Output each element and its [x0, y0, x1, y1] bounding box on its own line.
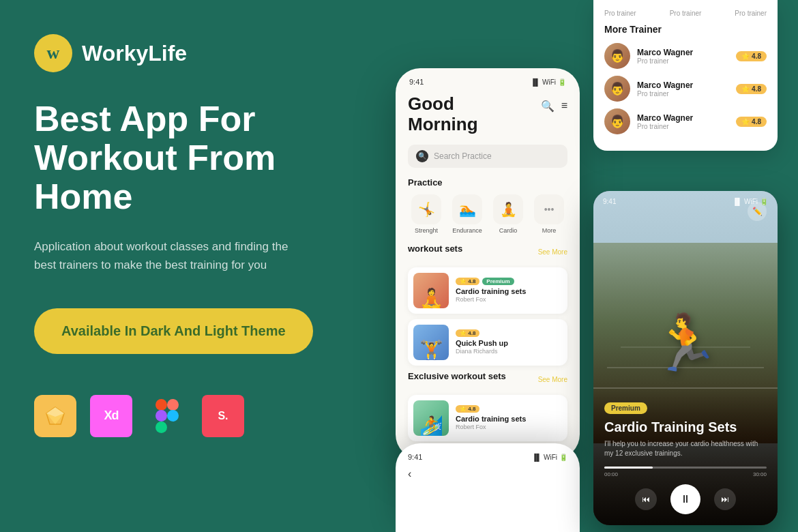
trainer-info-1: Marco Wagner Pro trainer [637, 48, 729, 65]
svg-point-6 [167, 410, 179, 422]
svg-rect-7 [156, 422, 167, 433]
cta-button[interactable]: Available In Dark And Light Theme [34, 308, 313, 354]
video-card: 🏃 9:41 ▐▌WiFi🔋 ✏️ Premium Cardio Trainin… [593, 191, 778, 525]
rating-badge-2: ⭐ 4.8 [456, 329, 479, 337]
play-pause-button[interactable]: ⏸ [670, 484, 700, 514]
trainer-info-3: Marco Wagner Pro trainer [637, 113, 729, 130]
workout-card-2[interactable]: 🏋️ ⭐ 4.8 Quick Push up Diana Richards [408, 319, 567, 366]
left-section: w WorkyLife Best App For Workout From Ho… [34, 34, 348, 437]
workout-sets-label: workout sets [408, 243, 462, 254]
exclusive-sets-header: Exclusive workout sets See More [408, 371, 567, 388]
bottom-phone-status: 9:41 ▐▌WiFi🔋 [408, 453, 567, 461]
video-title: Cardio Training Sets [604, 419, 767, 435]
current-time: 00:00 [604, 471, 618, 477]
workout-figure-1: 🧘 [419, 289, 443, 308]
runner-icon: 🏃 [651, 311, 720, 375]
trainer-avatar-2: 👨 [604, 76, 630, 102]
phone-header: GoodMorning 🔍 ≡ [408, 94, 567, 135]
video-premium-badge: Premium [604, 402, 647, 414]
phone-header-icons[interactable]: 🔍 ≡ [541, 100, 567, 113]
trainer-avatar-3: 👨 [604, 108, 630, 134]
stair-line-1 [593, 387, 778, 389]
search-bar[interactable]: 🔍 Search Practice [408, 145, 567, 168]
more-trainer-title: More Trainer [604, 24, 767, 35]
exclusive-see-more[interactable]: See More [538, 376, 567, 383]
trainer-top-label-3: Pro trainer [735, 10, 767, 17]
trainer-name-2: Marco Wagner [637, 80, 729, 90]
workout-info-1: ⭐ 4.8 Premium Cardio training sets Rober… [456, 278, 562, 303]
video-progress: 00:00 30:00 [604, 467, 767, 477]
rating-badge-1: ⭐ 4.8 [456, 278, 479, 285]
brand-name: WorkyLife [82, 41, 187, 66]
menu-icon[interactable]: ≡ [561, 100, 567, 113]
practice-icons-row: 🤸 Strenght 🏊 Endurance 🧘 Cardio ••• More [408, 194, 567, 234]
trainer-role-2: Pro trainer [637, 90, 729, 98]
workout-see-more[interactable]: See More [538, 248, 567, 256]
workout-thumb-2: 🏋️ [413, 325, 449, 360]
trainer-panel: Pro trainer Pro trainer Pro trainer More… [593, 0, 778, 151]
practice-item-endurance[interactable]: 🏊 Endurance [449, 194, 486, 234]
video-time: 9:41 [603, 198, 616, 205]
trainer-top-label-1: Pro trainer [604, 10, 636, 17]
exclusive-sets-label: Exclusive workout sets [408, 371, 506, 381]
premium-badge-1: Premium [482, 278, 514, 285]
trainer-item-2[interactable]: 👨 Marco Wagner Pro trainer ⭐ 4.8 [604, 76, 767, 102]
trainer-role-3: Pro trainer [637, 123, 729, 130]
figma-icon [146, 395, 188, 437]
trainer-rating-1: ⭐ 4.8 [736, 51, 767, 61]
practice-item-cardio[interactable]: 🧘 Cardio [490, 194, 527, 234]
video-status-bar: 9:41 ▐▌WiFi🔋 [603, 198, 768, 205]
practice-section-label: Practice [408, 177, 567, 188]
svg-rect-3 [156, 399, 167, 411]
trainer-panel-top: Pro trainer Pro trainer Pro trainer [604, 10, 767, 17]
strenght-icon: 🤸 [411, 194, 441, 224]
svg-rect-4 [167, 399, 179, 411]
exclusive-figure-1: 🏄 [419, 417, 443, 436]
skip-forward-button[interactable]: ⏭ [714, 488, 736, 510]
bottom-status-icons: ▐▌WiFi🔋 [532, 453, 567, 461]
trainer-item-3[interactable]: 👨 Marco Wagner Pro trainer ⭐ 4.8 [604, 108, 767, 134]
trainer-avatar-1: 👨 [604, 43, 630, 69]
phone-greeting: GoodMorning [408, 94, 478, 135]
more-icon: ••• [534, 194, 564, 224]
trainer-name-1: Marco Wagner [637, 48, 729, 57]
cardio-icon: 🧘 [493, 194, 523, 224]
xd-icon: Xd [90, 395, 132, 437]
sketch-icon [34, 395, 76, 437]
logo-area: w WorkyLife [34, 34, 348, 72]
practice-item-more[interactable]: ••• More [531, 194, 567, 234]
trainer-rating-3: ⭐ 4.8 [736, 117, 767, 127]
progress-bar-background [604, 467, 767, 469]
strenght-label: Strenght [415, 227, 438, 234]
bottom-phone-mockup: 9:41 ▐▌WiFi🔋 ‹ [396, 443, 580, 532]
trainer-info-2: Marco Wagner Pro trainer [637, 80, 729, 98]
back-arrow-icon[interactable]: ‹ [408, 468, 411, 479]
workout-badges-2: ⭐ 4.8 [456, 329, 562, 337]
video-desc: I'll help you to increase your cardio he… [604, 439, 767, 458]
practice-item-strenght[interactable]: 🤸 Strenght [408, 194, 445, 234]
trainer-role-1: Pro trainer [637, 57, 729, 65]
exclusive-card-1[interactable]: 🏄 ⭐ 4.8 Cardio training sets Robert Fox [408, 395, 567, 441]
workout-trainer-1: Robert Fox [456, 296, 562, 303]
workout-info-2: ⭐ 4.8 Quick Push up Diana Richards [456, 329, 562, 355]
exclusive-badges-1: ⭐ 4.8 [456, 405, 562, 413]
endurance-label: Endurance [452, 227, 482, 234]
workout-title-2: Quick Push up [456, 339, 562, 347]
video-overlay: Premium Cardio Training Sets I'll help y… [593, 390, 778, 525]
search-icon[interactable]: 🔍 [541, 100, 555, 113]
trainer-rating-2: ⭐ 4.8 [736, 84, 767, 94]
cardio-label: Cardio [499, 227, 518, 234]
video-background: 🏃 9:41 ▐▌WiFi🔋 ✏️ Premium Cardio Trainin… [593, 191, 778, 525]
phone-time: 9:41 [409, 78, 424, 86]
trainer-top-label-2: Pro trainer [670, 10, 702, 17]
trainer-item-1[interactable]: 👨 Marco Wagner Pro trainer ⭐ 4.8 [604, 43, 767, 69]
workout-figure-2: 🏋️ [419, 341, 443, 360]
exclusive-trainer-1: Robert Fox [456, 424, 562, 430]
workout-card-1[interactable]: 🧘 ⭐ 4.8 Premium Cardio training sets Rob… [408, 267, 567, 314]
main-phone-mockup: 9:41 ▐▌WiFi🔋 GoodMorning 🔍 ≡ 🔍 Search Pr… [396, 68, 580, 459]
slides-icon: S. [202, 395, 244, 437]
edit-icon[interactable]: ✏️ [748, 202, 767, 221]
progress-bar-fill [604, 467, 653, 469]
skip-back-button[interactable]: ⏮ [635, 488, 657, 510]
progress-times: 00:00 30:00 [604, 471, 767, 477]
